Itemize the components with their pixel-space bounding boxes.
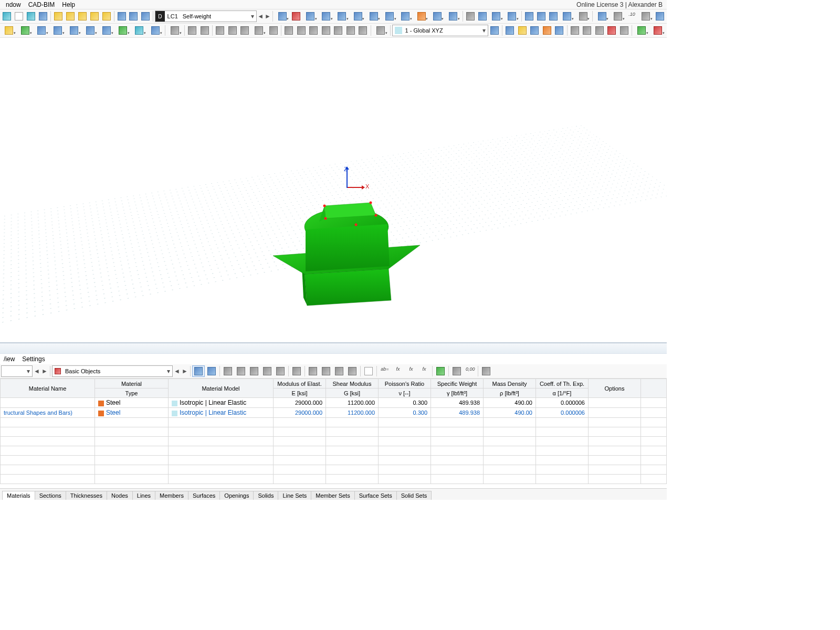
panel-del-icon[interactable]	[290, 365, 303, 377]
table-row[interactable]	[1, 475, 667, 484]
th-type-1[interactable]: Material	[95, 379, 169, 388]
tool-bar3-icon[interactable]	[140, 10, 151, 22]
loadcase-selector[interactable]: D LC1 Self-weight ▾	[155, 10, 256, 22]
panel-win-icon[interactable]	[362, 365, 375, 377]
tool-dim-xxx-1-icon[interactable]	[302, 10, 318, 22]
loadcase-dropdown-icon[interactable]: ▾	[249, 13, 256, 20]
draw-release-icon[interactable]	[148, 25, 163, 36]
tool-display-3-icon[interactable]	[382, 10, 397, 22]
tool-fem-icon[interactable]	[37, 10, 49, 22]
panel-b4-icon[interactable]	[261, 365, 274, 377]
mod-extrude-icon[interactable]	[186, 25, 198, 36]
draw-pen-icon[interactable]	[650, 25, 666, 36]
th-type-2[interactable]: Type	[95, 388, 169, 398]
table-row[interactable]	[1, 418, 667, 427]
grid-5-icon[interactable]	[553, 25, 565, 36]
table-row[interactable]	[1, 465, 667, 475]
solid-model[interactable]	[273, 195, 420, 311]
panel-next-2-icon[interactable]: ►	[181, 365, 188, 377]
th-gamma-1[interactable]: Specific Weight	[431, 379, 484, 388]
tab-nodes[interactable]: Nodes	[107, 491, 133, 500]
curve-1-icon[interactable]	[214, 25, 226, 36]
snap-6-icon[interactable]	[345, 25, 357, 36]
panel-combo-1[interactable]: ▾	[1, 365, 33, 377]
panel-fx2-icon[interactable]: fx	[405, 365, 417, 377]
tool-display-1-icon[interactable]	[350, 10, 365, 22]
tab-membersets[interactable]: Member Sets	[311, 491, 354, 500]
draw-hinge-icon[interactable]	[131, 25, 147, 36]
panel-units-icon[interactable]	[450, 365, 463, 377]
panel-prev-1-icon[interactable]: ◄	[33, 365, 40, 377]
tool-layer-icon[interactable]	[414, 10, 429, 22]
tool-dim-xxx-2-icon[interactable]	[319, 10, 334, 22]
th-blank[interactable]	[641, 379, 667, 398]
tool-delete-style-icon[interactable]	[290, 10, 302, 22]
panel-sel-col-icon[interactable]	[205, 365, 218, 377]
panel-head[interactable]	[0, 343, 667, 354]
tool-minus-y-icon[interactable]	[536, 10, 547, 22]
panel-menu-view[interactable]: /iew	[0, 355, 18, 363]
snap-3-icon[interactable]	[308, 25, 320, 36]
grid-1-icon[interactable]	[504, 25, 516, 36]
menu-cad-bim[interactable]: CAD-BIM	[25, 1, 59, 9]
table-row[interactable]	[1, 427, 667, 437]
th-gamma-2[interactable]: γ [lbf/ft³]	[431, 388, 484, 398]
tab-materials[interactable]: Materials	[2, 491, 35, 500]
coordsys-dropdown-icon[interactable]: ▾	[480, 27, 488, 34]
th-model[interactable]: Material Model	[169, 379, 274, 398]
tab-linesets[interactable]: Line Sets	[278, 491, 311, 500]
tool-flag-icon[interactable]	[275, 10, 290, 22]
tool-section-icon[interactable]	[445, 10, 460, 22]
th-g-2[interactable]: G [ksi]	[326, 388, 379, 398]
tool-reset-icon[interactable]	[654, 10, 666, 22]
tab-surfaces[interactable]: Surfaces	[188, 491, 220, 500]
tool-precision-icon[interactable]: .10	[626, 10, 638, 22]
tool-box-icon[interactable]	[477, 10, 488, 22]
panel-fx3-icon[interactable]: fx	[418, 365, 430, 377]
panel-ab-icon[interactable]: ab=	[379, 365, 391, 377]
tab-solids[interactable]: Solids	[253, 491, 278, 500]
tab-solidsets[interactable]: Solid Sets	[396, 491, 432, 500]
tool-precision-dd-icon[interactable]	[638, 10, 654, 22]
panel-help-icon[interactable]	[480, 365, 492, 377]
panel-next-1-icon[interactable]: ►	[41, 365, 48, 377]
th-alpha-1[interactable]: Coeff. of Th. Exp.	[536, 379, 589, 388]
menu-help[interactable]: Help	[58, 1, 79, 9]
table-row[interactable]	[1, 446, 667, 456]
tool-refresh-icon[interactable]	[101, 10, 112, 22]
draw-member-icon[interactable]	[34, 25, 49, 36]
curve-3-icon[interactable]	[239, 25, 251, 36]
tool-plus-z-icon[interactable]	[548, 10, 559, 22]
panel-b5-icon[interactable]	[274, 365, 287, 377]
materials-table-wrap[interactable]: Material Name Material Material Model Mo…	[0, 379, 667, 488]
curve-4-icon[interactable]	[251, 25, 267, 36]
grid-4-icon[interactable]	[541, 25, 553, 36]
table-row[interactable]	[1, 437, 667, 446]
tool-find-icon[interactable]	[465, 10, 476, 22]
panel-goto4-icon[interactable]	[346, 365, 359, 377]
tool-probe-icon[interactable]	[575, 10, 591, 22]
sel-mode-icon[interactable]	[373, 25, 388, 36]
draw-support-icon[interactable]	[115, 25, 131, 36]
snap-5-icon[interactable]	[332, 25, 344, 36]
tab-openings[interactable]: Openings	[219, 491, 254, 500]
mirror-icon[interactable]	[594, 25, 606, 36]
th-e-1[interactable]: Modulus of Elast.	[274, 379, 326, 388]
grid-2-icon[interactable]	[517, 25, 529, 36]
panel-fx1-icon[interactable]: fx	[392, 365, 404, 377]
camera-icon[interactable]	[618, 25, 631, 36]
th-nu-1[interactable]: Poisson's Ratio	[379, 379, 431, 388]
tool-redo-icon[interactable]	[77, 10, 88, 22]
draw-lineset-icon[interactable]	[99, 25, 114, 36]
table-row[interactable]: Steel Isotropic | Linear Elastic 29000.0…	[1, 398, 667, 408]
tool-bolt-icon[interactable]	[52, 10, 64, 22]
tool-sc-icon[interactable]	[1, 10, 13, 22]
draw-node-icon[interactable]	[1, 25, 17, 36]
filter-icon[interactable]	[167, 25, 183, 36]
snap-7-icon[interactable]	[357, 25, 369, 36]
curve-5-icon[interactable]	[267, 25, 279, 36]
coordsys-new-icon[interactable]	[489, 25, 501, 36]
edit-1-icon[interactable]	[569, 25, 581, 36]
table-row[interactable]: tructural Shapes and Bars) Steel Isotrop…	[1, 408, 667, 418]
tab-surfacesets[interactable]: Surface Sets	[354, 491, 397, 500]
